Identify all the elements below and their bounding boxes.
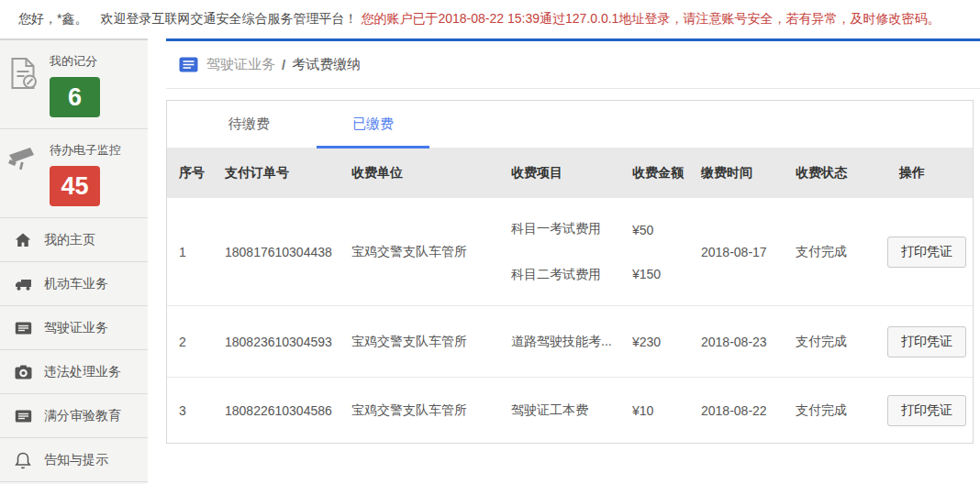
row-fee-items: 科目一考试费用 科目二考试费用 [511, 221, 632, 283]
sidebar-item-license-services[interactable]: 驾驶证业务 [0, 306, 148, 350]
table-row: 3 180822610304586 宝鸡交警支队车管所 驾驶证工本费 ¥10 2… [167, 378, 973, 443]
sidebar-item-label: 我的主页 [44, 232, 95, 248]
score-document-icon [7, 53, 50, 117]
sidebar: 我的记分 6 待办电子监控 45 [0, 38, 148, 484]
table-row: 2 180823610304593 宝鸡交警支队车管所 道路驾驶技能考... ¥… [167, 306, 973, 378]
table-row: 1 180817610304438 宝鸡交警支队车管所 科目一考试费用 科目二考… [167, 198, 973, 306]
pending-surveillance-badge: 45 [50, 166, 100, 206]
header-order-no: 支付订单号 [225, 165, 351, 182]
sidebar-item-label: 满分审验教育 [44, 408, 121, 424]
print-receipt-button[interactable]: 打印凭证 [887, 236, 966, 268]
row-index: 3 [167, 403, 225, 418]
fee-item-amount: ¥10 [632, 403, 701, 418]
row-unit: 宝鸡交警支队车管所 [351, 402, 511, 419]
breadcrumb: 驾驶证业务 / 考试费缴纳 [166, 41, 980, 89]
cctv-camera-icon [7, 142, 50, 206]
row-index: 1 [167, 245, 225, 259]
row-pay-date: 2018-08-17 [701, 245, 796, 259]
header-index: 序号 [167, 165, 225, 182]
pending-surveillance-label: 待办电子监控 [50, 142, 140, 159]
page-title: 考试费缴纳 [292, 56, 361, 73]
tab-paid[interactable]: 已缴费 [311, 101, 435, 148]
sidebar-item-label: 驾驶证业务 [44, 320, 108, 336]
user-greeting: 您好，*鑫。 [18, 11, 87, 28]
sidebar-item-home[interactable]: 我的主页 [0, 218, 148, 262]
sidebar-item-pending-surveillance[interactable]: 待办电子监控 45 [0, 129, 148, 218]
sidebar-item-label: 违法处理业务 [44, 364, 121, 380]
header-item: 收费项目 [511, 165, 632, 182]
row-pay-date: 2018-08-23 [701, 335, 796, 349]
table-header-row: 序号 支付订单号 收费单位 收费项目 收费金额 缴费时间 收费状态 操作 [167, 148, 973, 198]
print-receipt-button[interactable]: 打印凭证 [887, 395, 966, 426]
sidebar-item-vehicle-services[interactable]: 机动车业务 [0, 262, 148, 306]
top-notification-bar: 您好，*鑫。 欢迎登录互联网交通安全综合服务管理平台！ 您的账户已于2018-0… [0, 0, 980, 38]
page: 您好，*鑫。 欢迎登录互联网交通安全综合服务管理平台！ 您的账户已于2018-0… [0, 0, 980, 484]
list-icon [13, 409, 33, 424]
login-security-alert: 您的账户已于2018-08-22 15:39通过127.0.0.1地址登录，请注… [361, 11, 940, 28]
fee-item-amount: ¥150 [632, 267, 701, 281]
sidebar-item-notices[interactable]: 告知与提示 [0, 438, 148, 482]
fee-item-amount: ¥50 [632, 223, 701, 237]
sidebar-item-full-score-education[interactable]: 满分审验教育 [0, 394, 148, 438]
fee-item-name: 驾驶证工本费 [511, 402, 632, 419]
sidebar-item-label: 机动车业务 [44, 276, 108, 292]
payment-card: 待缴费 已缴费 序号 支付订单号 收费单位 收费项目 收费金额 缴费时间 收费状… [166, 100, 974, 444]
license-card-icon [13, 321, 33, 336]
row-pay-date: 2018-08-22 [701, 403, 796, 418]
row-status: 支付完成 [796, 244, 887, 260]
sidebar-item-label: 告知与提示 [44, 452, 108, 468]
row-status: 支付完成 [796, 334, 887, 350]
breadcrumb-separator: / [282, 57, 285, 72]
fee-item-name: 科目一考试费用 [511, 221, 632, 237]
header-action: 操作 [887, 165, 973, 182]
row-order-no: 180822610304586 [225, 403, 351, 418]
row-fee-amounts: ¥50 ¥150 [632, 223, 701, 281]
row-order-no: 180823610304593 [225, 335, 351, 349]
breadcrumb-section[interactable]: 驾驶证业务 [206, 56, 275, 73]
header-unit: 收费单位 [351, 165, 511, 182]
list-card-icon [179, 57, 198, 72]
row-order-no: 180817610304438 [225, 245, 351, 259]
my-points-badge: 6 [50, 77, 100, 117]
fee-item-name: 科目二考试费用 [511, 267, 632, 283]
bell-icon [13, 451, 33, 469]
print-receipt-button[interactable]: 打印凭证 [887, 326, 966, 358]
tab-pending-payment[interactable]: 待缴费 [187, 101, 311, 148]
row-index: 2 [167, 335, 225, 349]
sidebar-item-my-points[interactable]: 我的记分 6 [0, 40, 148, 129]
home-icon [13, 233, 33, 248]
header-status: 收费状态 [796, 165, 887, 182]
tab-bar: 待缴费 已缴费 [167, 101, 973, 148]
fee-item-name: 道路驾驶技能考... [511, 334, 632, 350]
row-unit: 宝鸡交警支队车管所 [351, 244, 511, 260]
row-unit: 宝鸡交警支队车管所 [351, 334, 511, 350]
fee-item-amount: ¥230 [632, 335, 701, 349]
main-content: 驾驶证业务 / 考试费缴纳 待缴费 已缴费 序号 支付订单号 收费单位 收费项目… [166, 38, 980, 484]
welcome-message: 欢迎登录互联网交通安全综合服务管理平台！ [100, 11, 357, 28]
header-amount: 收费金额 [632, 165, 701, 182]
row-status: 支付完成 [796, 402, 887, 419]
sidebar-item-violation-services[interactable]: 违法处理业务 [0, 350, 148, 394]
truck-icon [13, 277, 33, 292]
my-points-label: 我的记分 [50, 53, 140, 70]
header-pay-date: 缴费时间 [701, 165, 796, 182]
camera-icon [13, 365, 33, 380]
